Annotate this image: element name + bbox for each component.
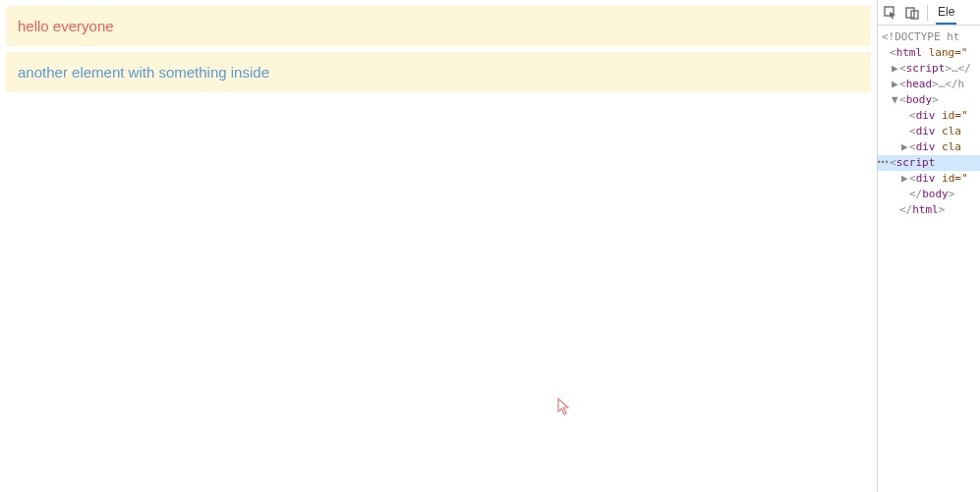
- device-toggle-icon[interactable]: [905, 6, 919, 20]
- dom-line[interactable]: <div id=": [882, 108, 980, 124]
- disclosure-triangle-icon[interactable]: ▶: [892, 77, 899, 92]
- dom-line[interactable]: ▶<div cla: [882, 139, 980, 155]
- dom-line-selected[interactable]: <script: [878, 155, 980, 171]
- disclosure-triangle-icon[interactable]: ▶: [892, 61, 899, 77]
- dom-line[interactable]: ▶<head>…</h: [882, 77, 980, 92]
- content-block-1: hello everyone: [6, 6, 871, 46]
- dom-line[interactable]: </body>: [882, 187, 980, 202]
- dom-line[interactable]: ▶<script>…</: [882, 61, 980, 77]
- dom-line[interactable]: <!DOCTYPE ht: [882, 29, 980, 45]
- disclosure-triangle-icon[interactable]: ▼: [892, 92, 899, 108]
- inspect-element-icon[interactable]: [884, 6, 897, 20]
- svg-rect-1: [906, 8, 914, 18]
- devtools-panel: Ele <!DOCTYPE ht<html lang="▶<script>…</…: [877, 0, 980, 492]
- tab-elements[interactable]: Ele: [936, 1, 956, 25]
- content-block-2: another element with something inside: [6, 52, 871, 92]
- dom-line[interactable]: </html>: [882, 202, 980, 218]
- dom-tree[interactable]: <!DOCTYPE ht<html lang="▶<script>…</▶<he…: [878, 26, 980, 222]
- dom-line[interactable]: ▼<body>: [882, 92, 980, 108]
- disclosure-triangle-icon[interactable]: ▶: [901, 139, 909, 155]
- dom-line[interactable]: <div cla: [882, 124, 980, 139]
- dom-line[interactable]: <html lang=": [882, 45, 980, 61]
- disclosure-triangle-icon[interactable]: ▶: [901, 171, 909, 187]
- toolbar-divider: [927, 5, 928, 21]
- devtools-toolbar: Ele: [878, 0, 980, 26]
- dom-line[interactable]: ▶<div id=": [882, 171, 980, 187]
- page-viewport: hello everyone another element with some…: [0, 0, 877, 492]
